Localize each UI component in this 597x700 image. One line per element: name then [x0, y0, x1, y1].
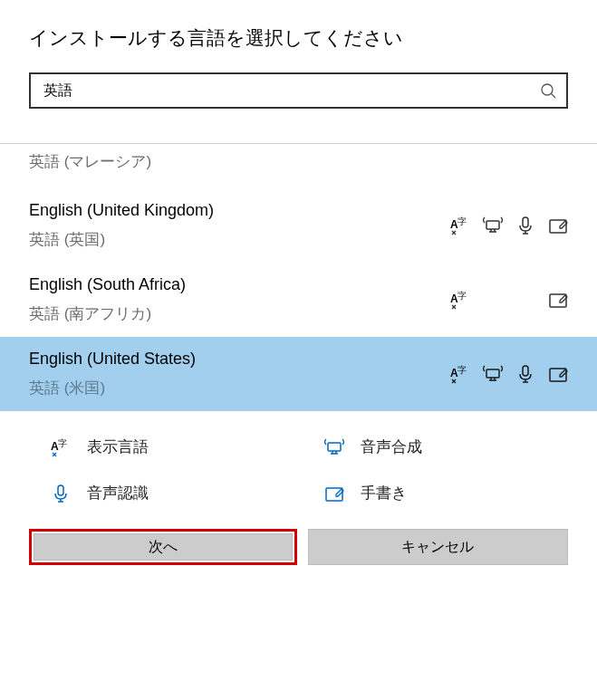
tts-icon — [324, 437, 344, 457]
feature-icons — [450, 290, 568, 310]
display-language-icon — [450, 216, 470, 235]
handwriting-icon — [548, 290, 568, 310]
language-secondary-label: 英語 (マレーシア) — [29, 151, 568, 172]
feature-legend: 表示言語 音声合成 音声認識 手書き — [0, 411, 597, 529]
next-button[interactable]: 次へ — [34, 533, 293, 561]
speech-icon — [515, 364, 535, 384]
speech-icon — [515, 216, 535, 235]
feature-icons — [450, 364, 568, 384]
legend-handwriting: 手書き — [324, 483, 562, 503]
cancel-button[interactable]: キャンセル — [308, 529, 569, 565]
legend-display: 表示言語 — [51, 436, 288, 457]
handwriting-icon — [548, 364, 568, 384]
handwriting-icon — [324, 484, 344, 503]
language-secondary-label: 英語 (英国) — [29, 229, 450, 250]
legend-tts-label: 音声合成 — [361, 436, 422, 457]
legend-tts: 音声合成 — [324, 436, 562, 457]
legend-handwriting-label: 手書き — [361, 483, 407, 503]
display-language-icon — [450, 364, 470, 384]
search-box[interactable] — [29, 72, 568, 109]
legend-speech: 音声認識 — [51, 483, 288, 503]
tts-icon — [483, 216, 503, 235]
legend-speech-label: 音声認識 — [87, 483, 149, 503]
tts-icon — [483, 364, 503, 384]
display-language-icon — [450, 290, 470, 310]
language-item[interactable]: 英語 (マレーシア) — [0, 144, 597, 188]
button-row: 次へ キャンセル — [0, 529, 597, 592]
language-item[interactable]: English (United States)英語 (米国) — [0, 337, 597, 411]
language-primary-label: English (South Africa) — [29, 275, 450, 294]
language-primary-label: English (United States) — [29, 350, 450, 369]
language-list: 英語 (マレーシア)English (United Kingdom)英語 (英国… — [0, 144, 597, 411]
feature-icons — [450, 216, 568, 235]
language-item[interactable]: English (South Africa)英語 (南アフリカ) — [0, 263, 597, 337]
language-primary-label: English (United Kingdom) — [29, 201, 450, 220]
dialog-title: インストールする言語を選択してください — [29, 25, 568, 51]
legend-display-label: 表示言語 — [87, 436, 149, 457]
speech-icon — [51, 484, 71, 503]
language-secondary-label: 英語 (南アフリカ) — [29, 303, 450, 324]
language-secondary-label: 英語 (米国) — [29, 378, 450, 398]
handwriting-icon — [548, 216, 568, 235]
language-item[interactable]: English (United Kingdom)英語 (英国) — [0, 188, 597, 263]
display-language-icon — [51, 437, 71, 457]
next-button-highlight: 次へ — [29, 529, 297, 565]
search-icon — [539, 82, 557, 100]
search-input[interactable] — [43, 82, 539, 99]
